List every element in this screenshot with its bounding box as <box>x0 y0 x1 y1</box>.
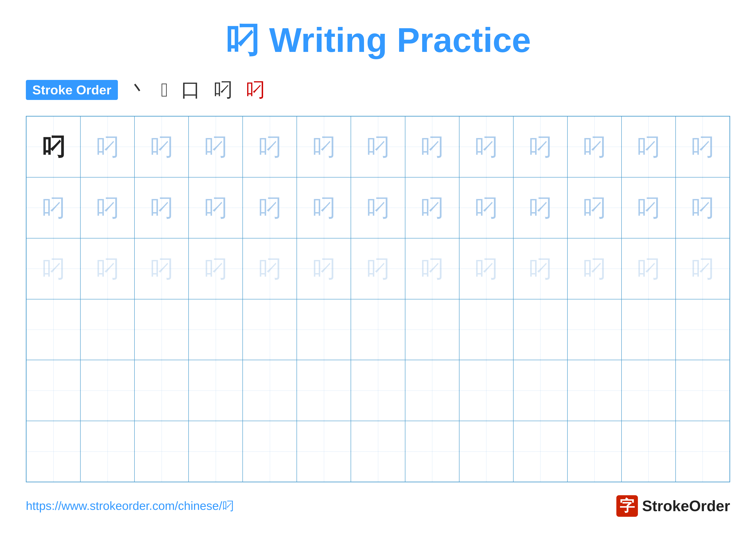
grid-cell-r2c2[interactable]: 叼 <box>80 177 134 238</box>
cell-char: 叼 <box>691 257 715 280</box>
grid-cell-r3c2[interactable]: 叼 <box>80 238 134 299</box>
stroke-step-1: 丶 <box>129 77 148 103</box>
grid-cell-r6c3[interactable] <box>134 421 189 482</box>
grid-cell-r3c11[interactable]: 叼 <box>567 238 622 299</box>
grid-cell-r2c3[interactable]: 叼 <box>134 177 189 238</box>
grid-cell-r3c6[interactable]: 叼 <box>297 238 351 299</box>
cell-char: 叼 <box>528 196 552 219</box>
grid-cell-r6c6[interactable] <box>297 421 351 482</box>
grid-cell-r1c9[interactable]: 叼 <box>459 116 513 177</box>
grid-cell-r1c10[interactable]: 叼 <box>513 116 567 177</box>
grid-cell-r4c3[interactable] <box>134 299 189 360</box>
cell-char: 叼 <box>204 257 228 280</box>
cell-char: 叼 <box>691 196 715 219</box>
grid-cell-r1c12[interactable]: 叼 <box>622 116 676 177</box>
grid-cell-r1c1[interactable]: 叼 <box>26 116 80 177</box>
stroke-steps: 丶 𠃌 口 叼 叼 <box>129 77 265 103</box>
stroke-order-area: Stroke Order 丶 𠃌 口 叼 叼 <box>26 77 730 103</box>
grid-cell-r6c13[interactable] <box>676 421 730 482</box>
grid-cell-r3c5[interactable]: 叼 <box>243 238 297 299</box>
grid-cell-r6c4[interactable] <box>189 421 243 482</box>
grid-cell-r3c8[interactable]: 叼 <box>405 238 459 299</box>
cell-char: 叼 <box>474 257 498 280</box>
cell-char: 叼 <box>582 135 606 159</box>
grid-cell-r6c9[interactable] <box>459 421 513 482</box>
grid-cell-r1c8[interactable]: 叼 <box>405 116 459 177</box>
grid-cell-r1c2[interactable]: 叼 <box>80 116 134 177</box>
grid-cell-r4c7[interactable] <box>351 299 405 360</box>
grid-cell-r5c2[interactable] <box>80 360 134 421</box>
cell-char: 叼 <box>420 135 444 159</box>
grid-cell-r4c1[interactable] <box>26 299 80 360</box>
grid-cell-r2c11[interactable]: 叼 <box>567 177 622 238</box>
grid-cell-r5c9[interactable] <box>459 360 513 421</box>
grid-cell-r6c10[interactable] <box>513 421 567 482</box>
grid-cell-r6c1[interactable] <box>26 421 80 482</box>
grid-cell-r4c8[interactable] <box>405 299 459 360</box>
grid-cell-r3c3[interactable]: 叼 <box>134 238 189 299</box>
footer: https://www.strokeorder.com/chinese/叼 字 … <box>26 495 730 517</box>
grid-cell-r5c11[interactable] <box>567 360 622 421</box>
grid-cell-r2c5[interactable]: 叼 <box>243 177 297 238</box>
grid-cell-r1c3[interactable]: 叼 <box>134 116 189 177</box>
strokeorder-logo-icon: 字 <box>616 495 638 517</box>
grid-cell-r2c7[interactable]: 叼 <box>351 177 405 238</box>
cell-char: 叼 <box>582 196 606 219</box>
title-label: Writing Practice <box>269 21 531 59</box>
grid-cell-r3c10[interactable]: 叼 <box>513 238 567 299</box>
grid-cell-r6c11[interactable] <box>567 421 622 482</box>
grid-cell-r1c4[interactable]: 叼 <box>189 116 243 177</box>
grid-cell-r4c9[interactable] <box>459 299 513 360</box>
grid-cell-r5c13[interactable] <box>676 360 730 421</box>
grid-cell-r2c9[interactable]: 叼 <box>459 177 513 238</box>
grid-cell-r4c13[interactable] <box>676 299 730 360</box>
grid-cell-r5c3[interactable] <box>134 360 189 421</box>
grid-cell-r5c4[interactable] <box>189 360 243 421</box>
grid-cell-r5c12[interactable] <box>622 360 676 421</box>
grid-cell-r4c11[interactable] <box>567 299 622 360</box>
grid-cell-r4c6[interactable] <box>297 299 351 360</box>
grid-cell-r3c12[interactable]: 叼 <box>622 238 676 299</box>
grid-cell-r1c11[interactable]: 叼 <box>567 116 622 177</box>
grid-cell-r1c6[interactable]: 叼 <box>297 116 351 177</box>
grid-cell-r4c2[interactable] <box>80 299 134 360</box>
grid-cell-r2c4[interactable]: 叼 <box>189 177 243 238</box>
cell-char: 叼 <box>366 196 390 219</box>
grid-cell-r1c5[interactable]: 叼 <box>243 116 297 177</box>
footer-url[interactable]: https://www.strokeorder.com/chinese/叼 <box>26 498 234 514</box>
grid-cell-r5c8[interactable] <box>405 360 459 421</box>
grid-cell-r4c12[interactable] <box>622 299 676 360</box>
grid-cell-r2c8[interactable]: 叼 <box>405 177 459 238</box>
grid-cell-r2c6[interactable]: 叼 <box>297 177 351 238</box>
cell-char: 叼 <box>312 257 336 280</box>
cell-char: 叼 <box>258 135 282 159</box>
cell-char: 叼 <box>204 135 228 159</box>
grid-cell-r1c13[interactable]: 叼 <box>676 116 730 177</box>
grid-cell-r2c1[interactable]: 叼 <box>26 177 80 238</box>
grid-cell-r3c4[interactable]: 叼 <box>189 238 243 299</box>
grid-cell-r3c1[interactable]: 叼 <box>26 238 80 299</box>
grid-cell-r4c5[interactable] <box>243 299 297 360</box>
cell-char: 叼 <box>150 257 174 280</box>
grid-cell-r3c9[interactable]: 叼 <box>459 238 513 299</box>
grid-cell-r6c2[interactable] <box>80 421 134 482</box>
grid-cell-r2c10[interactable]: 叼 <box>513 177 567 238</box>
grid-cell-r5c5[interactable] <box>243 360 297 421</box>
grid-cell-r5c7[interactable] <box>351 360 405 421</box>
grid-cell-r6c5[interactable] <box>243 421 297 482</box>
grid-cell-r5c1[interactable] <box>26 360 80 421</box>
page-title: 叼 Writing Practice <box>225 21 531 59</box>
cell-char: 叼 <box>41 135 65 159</box>
grid-cell-r5c10[interactable] <box>513 360 567 421</box>
grid-cell-r2c13[interactable]: 叼 <box>676 177 730 238</box>
grid-cell-r5c6[interactable] <box>297 360 351 421</box>
grid-cell-r6c7[interactable] <box>351 421 405 482</box>
grid-cell-r1c7[interactable]: 叼 <box>351 116 405 177</box>
grid-cell-r3c7[interactable]: 叼 <box>351 238 405 299</box>
grid-cell-r6c8[interactable] <box>405 421 459 482</box>
grid-cell-r6c12[interactable] <box>622 421 676 482</box>
grid-cell-r3c13[interactable]: 叼 <box>676 238 730 299</box>
grid-cell-r2c12[interactable]: 叼 <box>622 177 676 238</box>
grid-cell-r4c4[interactable] <box>189 299 243 360</box>
grid-cell-r4c10[interactable] <box>513 299 567 360</box>
